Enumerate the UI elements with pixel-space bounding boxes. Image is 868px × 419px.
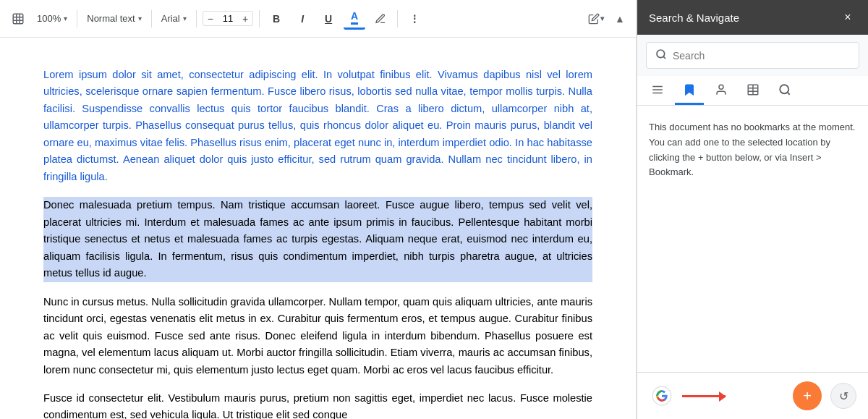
tab-people[interactable]	[707, 76, 736, 105]
zoom-value: 100%	[37, 13, 61, 24]
add-button-arrow	[682, 395, 726, 397]
separator-1	[77, 10, 77, 27]
svg-point-5	[657, 50, 665, 58]
text-style-selector[interactable]: Normal text ▾	[83, 10, 145, 27]
zoom-control[interactable]: 100% ▾	[33, 10, 71, 27]
font-size-increase[interactable]: +	[241, 14, 250, 24]
tab-bookmarks[interactable]	[675, 76, 704, 105]
paragraph-4: Fusce id consectetur elit. Vestibulum ma…	[43, 390, 592, 419]
text-style-value: Normal text	[87, 13, 135, 24]
paragraph-1: Lorem ipsum dolor sit amet, consectetur …	[43, 67, 592, 185]
search-input[interactable]	[673, 50, 850, 62]
separator-4	[259, 10, 260, 27]
tab-table[interactable]	[739, 76, 767, 105]
paragraph-2: Donec malesuada pretium tempus. Nam tris…	[43, 197, 592, 282]
paragraph-3-text: Nunc in cursus metus. Nulla sollicitudin…	[43, 296, 592, 376]
tab-search[interactable]	[770, 76, 799, 105]
panel-bottom: + ↺	[637, 372, 868, 419]
bold-button[interactable]: B	[265, 8, 287, 30]
panel-body: This document has no bookmarks at the mo…	[637, 106, 868, 372]
paragraph-2-text: Donec malesuada pretium tempus. Nam tris…	[43, 199, 592, 279]
text-color-button[interactable]: A	[344, 8, 365, 30]
search-box[interactable]	[646, 42, 859, 69]
arrow-indicator	[652, 386, 726, 406]
toolbar: 100% ▾ Normal text ▾ Arial ▾ − 11 + B	[0, 0, 636, 38]
font-chevron: ▾	[183, 14, 187, 22]
text-style-chevron: ▾	[138, 14, 142, 22]
highlighter-button[interactable]	[370, 8, 391, 30]
font-size-control: − 11 +	[203, 11, 253, 26]
font-size-value[interactable]: 11	[218, 13, 238, 24]
panel-title: Search & Navigate	[649, 12, 739, 24]
document-content: Lorem ipsum dolor sit amet, consectetur …	[0, 38, 636, 419]
search-icon	[655, 48, 667, 62]
scroll-up-button[interactable]: ▲	[611, 10, 629, 27]
tab-list[interactable]	[643, 76, 672, 105]
paragraph-1-text: Lorem ipsum dolor sit amet, consectetur …	[43, 69, 592, 182]
font-selector[interactable]: Arial ▾	[158, 10, 190, 27]
svg-rect-0	[13, 14, 23, 24]
edit-mode-button[interactable]: ▾	[585, 8, 607, 30]
refresh-button[interactable]: ↺	[830, 383, 856, 409]
italic-button[interactable]: I	[292, 8, 313, 30]
bookmark-empty-message: This document has no bookmarks at the mo…	[649, 120, 856, 180]
panel-tabs	[637, 76, 868, 106]
font-value: Arial	[161, 13, 180, 24]
add-bookmark-button[interactable]: +	[793, 381, 822, 410]
paragraph-4-text: Fusce id consectetur elit. Vestibulum ma…	[43, 392, 592, 419]
panel-header: Search & Navigate ×	[637, 0, 868, 35]
separator-5	[397, 10, 398, 27]
edit-chevron: ▾	[600, 14, 604, 22]
paragraph-3: Nunc in cursus metus. Nulla sollicitudin…	[43, 294, 592, 378]
format-icon[interactable]	[7, 8, 29, 30]
google-icon	[652, 386, 672, 406]
separator-2	[151, 10, 152, 27]
search-navigate-panel: Search & Navigate ×	[637, 0, 868, 419]
more-options-button[interactable]: ⋮	[404, 8, 425, 30]
font-size-decrease[interactable]: −	[206, 14, 215, 24]
svg-point-9	[719, 85, 723, 89]
separator-3	[196, 10, 197, 27]
underline-button[interactable]: U	[318, 8, 339, 30]
svg-point-14	[780, 85, 788, 93]
panel-close-button[interactable]: ×	[839, 9, 856, 26]
zoom-chevron: ▾	[64, 14, 67, 22]
